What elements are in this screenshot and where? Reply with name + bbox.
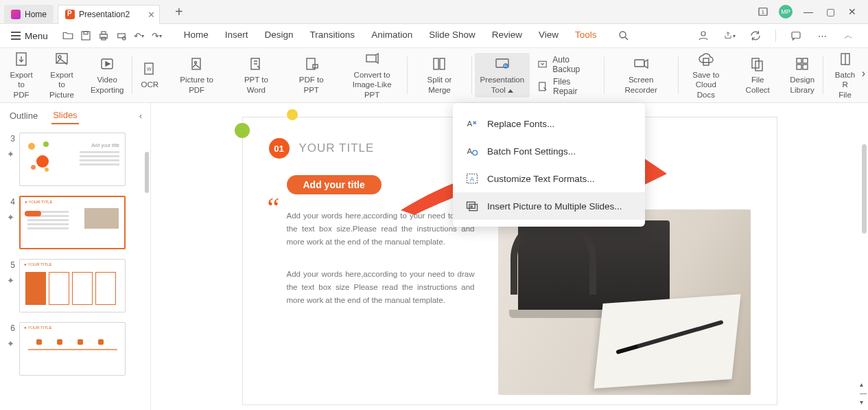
svg-point-20	[194, 62, 196, 64]
slide-thumb-5[interactable]: 5✦ ● YOUR TITLE	[5, 259, 145, 312]
pdf-to-ppt-button[interactable]: PDF to PPT	[286, 53, 337, 98]
search-icon[interactable]	[618, 30, 630, 42]
auto-backup-label: Auto Backup	[552, 55, 597, 74]
close-tab-icon[interactable]: ✕	[148, 10, 155, 20]
ppt-to-word-button[interactable]: PPT to Word	[229, 53, 283, 98]
auto-backup-button[interactable]: Auto Backup	[537, 55, 597, 74]
comment-icon[interactable]	[790, 30, 802, 42]
open-icon[interactable]	[62, 30, 74, 42]
picture-to-pdf-button[interactable]: Picture to PDF	[167, 53, 226, 98]
slide-list[interactable]: 3✦ Add your title 4✦ ● YOUR TITL	[0, 124, 150, 410]
vertical-scrollbar[interactable]	[862, 144, 867, 234]
split-merge-button[interactable]: Split or Merge	[410, 53, 468, 98]
subtitle-pill[interactable]: Add your title	[287, 175, 382, 194]
more-icon[interactable]: ⋯	[816, 30, 828, 42]
close-window-button[interactable]: ✕	[846, 5, 858, 18]
tab-home[interactable]: Home	[184, 30, 209, 42]
file-collect-button[interactable]: File Collect	[734, 53, 782, 98]
tab-view[interactable]: View	[539, 30, 559, 42]
slide-thumb-3[interactable]: 3✦ Add your title	[5, 133, 145, 186]
animation-star-icon: ✦	[7, 212, 14, 223]
scroll-stop-icon[interactable]: —	[860, 389, 867, 397]
panel-scrollbar[interactable]	[145, 152, 149, 193]
screen-recorder-button[interactable]: Screen Recorder	[607, 53, 675, 98]
cloud-icon	[698, 51, 714, 67]
sync-icon[interactable]	[749, 30, 762, 42]
tab-animation[interactable]: Animation	[371, 30, 412, 42]
body-paragraph-1[interactable]: Add your words here,according to your ne…	[287, 209, 475, 249]
body-paragraph-2[interactable]: Add your words here,according to your ne…	[287, 268, 475, 307]
undo-icon[interactable]: ↶▾	[133, 30, 145, 42]
separator	[604, 56, 605, 94]
export-pdf-icon	[13, 51, 30, 67]
tab-review[interactable]: Review	[492, 30, 522, 42]
slide-thumbnail[interactable]: ● YOUR TITLE	[19, 259, 126, 312]
video-exporting-button[interactable]: Video Exporting	[85, 53, 130, 98]
print-preview-icon[interactable]	[115, 30, 128, 42]
convert-image-label: Convert to Image-Like PPT	[345, 70, 399, 100]
tab-slideshow[interactable]: Slide Show	[429, 30, 476, 42]
document-tab[interactable]: Presentation2 ✕	[58, 5, 160, 24]
design-library-button[interactable]: Design Library	[784, 53, 820, 98]
presentation-tool-label: Presentation Tool	[480, 75, 525, 95]
insert-picture-multiple-item[interactable]: Insert Picture to Multiple Slides...	[453, 192, 645, 220]
slide-image[interactable]	[498, 209, 751, 395]
user-icon[interactable]	[697, 30, 709, 42]
slide-thumb-4[interactable]: 4✦ ● YOUR TITLE	[5, 196, 145, 249]
outline-tab[interactable]: Outline	[8, 108, 39, 124]
convert-image-ppt-button[interactable]: Convert to Image-Like PPT	[340, 48, 404, 102]
redo-icon[interactable]: ↷▾	[151, 30, 163, 42]
batch-font-settings-item[interactable]: A Batch Font Settings...	[453, 137, 645, 165]
collapse-panel-icon[interactable]: ‹	[139, 111, 142, 121]
file-collect-label: File Collect	[739, 75, 776, 95]
minimize-button[interactable]: —	[802, 5, 814, 18]
save-cloud-button[interactable]: Save to Cloud Docs	[681, 48, 731, 102]
svg-rect-12	[792, 32, 800, 38]
share-icon[interactable]: ▾	[723, 30, 736, 42]
print-icon[interactable]	[97, 30, 110, 42]
right-scroll-rail: ▴ — ▾	[860, 103, 868, 410]
svg-rect-5	[102, 32, 106, 34]
user-avatar[interactable]: MP	[779, 5, 793, 19]
scroll-up-icon[interactable]: ▴	[860, 380, 867, 388]
file-collect-icon	[749, 56, 766, 72]
presentation-tool-button[interactable]: Presentation Tool	[475, 53, 530, 98]
customize-text-formats-item[interactable]: A Customize Text Formats...	[453, 165, 645, 192]
maximize-button[interactable]: ▢	[824, 5, 836, 18]
menu-label: Menu	[25, 31, 48, 41]
export-pdf-button[interactable]: Export to PDF	[4, 48, 38, 102]
slide-thumbnail[interactable]: ● YOUR TITLE	[19, 322, 126, 376]
tab-insert[interactable]: Insert	[225, 30, 248, 42]
collapse-ribbon-icon[interactable]: ︿	[842, 30, 854, 42]
svg-rect-27	[496, 59, 508, 67]
window-count-icon[interactable]: 1	[757, 5, 769, 18]
save-icon[interactable]	[80, 30, 92, 42]
replace-fonts-item[interactable]: A Replace Fonts...	[453, 110, 645, 137]
ribbon-scroll-right-icon[interactable]: ›	[862, 67, 865, 80]
tab-tools[interactable]: Tools	[575, 30, 597, 42]
home-tab[interactable]: Home	[4, 5, 54, 24]
slide-thumbnail-selected[interactable]: ● YOUR TITLE	[19, 196, 126, 249]
auto-backup-icon	[537, 58, 548, 71]
batch-button[interactable]: Batch R File	[826, 48, 864, 102]
presentation-tool-icon	[494, 56, 511, 72]
tab-design[interactable]: Design	[265, 30, 294, 42]
svg-point-11	[701, 32, 705, 36]
screen-recorder-icon	[633, 56, 649, 72]
new-tab-button[interactable]: +	[169, 4, 189, 20]
export-picture-button[interactable]: Export to Picture	[41, 48, 82, 102]
slides-tab[interactable]: Slides	[51, 107, 78, 124]
scroll-down-icon[interactable]: ▾	[860, 398, 867, 406]
slide-thumbnail[interactable]: Add your title	[19, 133, 126, 186]
body-text-column[interactable]: “ Add your words here,according to your …	[269, 209, 475, 395]
split-merge-label: Split or Merge	[416, 75, 462, 95]
animation-star-icon: ✦	[7, 275, 14, 286]
video-exporting-label: Video Exporting	[91, 75, 124, 95]
svg-rect-32	[703, 58, 709, 65]
export-pdf-label: Export to PDF	[10, 70, 33, 100]
files-repair-button[interactable]: Files Repair	[537, 77, 597, 96]
slide-thumb-6[interactable]: 6✦ ● YOUR TITLE	[5, 322, 145, 376]
tab-transitions[interactable]: Transitions	[310, 30, 355, 42]
menu-button[interactable]: Menu	[5, 28, 54, 44]
ocr-button[interactable]: W OCR	[135, 58, 164, 92]
